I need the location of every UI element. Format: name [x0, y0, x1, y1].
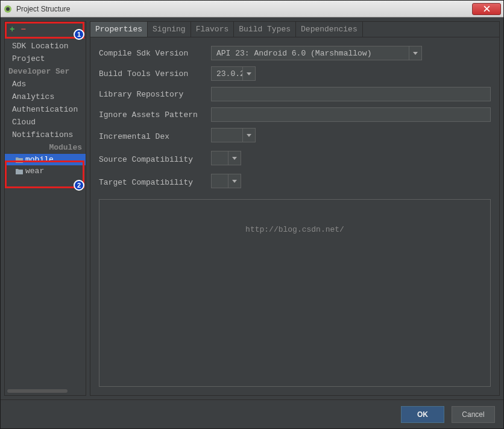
label-library-repo: Library Repository	[99, 90, 207, 99]
tab-signing[interactable]: Signing	[148, 22, 191, 37]
label-ignore-assets: Ignore Assets Pattern	[99, 110, 207, 119]
close-icon	[484, 5, 490, 12]
tab-build-types[interactable]: Build Types	[234, 22, 296, 37]
label-incremental-dex: Incremental Dex	[99, 132, 207, 141]
sidebar-header-developer-services: Developer Ser	[5, 65, 86, 78]
sidebar-item-notifications[interactable]: Notifications	[5, 129, 86, 141]
add-icon[interactable]: +	[10, 25, 14, 34]
chevron-down-icon	[242, 128, 256, 142]
sidebar-item-analytics[interactable]: Analytics	[5, 91, 86, 103]
ok-button[interactable]: OK	[401, 406, 444, 423]
app-icon	[3, 4, 13, 14]
chevron-down-icon	[228, 174, 241, 188]
remove-icon[interactable]: −	[20, 25, 25, 34]
watermark-text: http://blog.csdn.net/	[245, 225, 344, 234]
titlebar: Project Structure	[1, 1, 503, 17]
properties-form: Compile Sdk Version API 23: Android 6.0 …	[90, 37, 499, 193]
main-panel: Properties Signing Flavors Build Types D…	[90, 21, 500, 396]
combo-text	[211, 128, 242, 142]
sidebar-item-cloud[interactable]: Cloud	[5, 116, 86, 129]
library-repository-input[interactable]	[211, 87, 491, 101]
chevron-down-icon	[228, 151, 241, 165]
label-build-tools: Build Tools Version	[99, 69, 207, 78]
tab-flavors[interactable]: Flavors	[191, 22, 235, 37]
incremental-dex-select[interactable]	[211, 128, 256, 142]
combo-text	[211, 151, 228, 165]
sidebar-toolbar: + −	[5, 22, 86, 37]
chevron-down-icon	[409, 46, 422, 60]
sidebar-items: SDK Location Project Developer Ser Ads A…	[5, 37, 86, 389]
tab-dependencies[interactable]: Dependencies	[296, 22, 363, 37]
combo-text: 23.0.2	[211, 66, 242, 81]
sidebar-item-authentication[interactable]: Authentication	[5, 103, 86, 116]
sidebar-item-ads[interactable]: Ads	[5, 78, 86, 91]
dialog-footer: OK Cancel	[1, 399, 503, 428]
module-label: wear	[25, 167, 44, 176]
combo-text: API 23: Android 6.0 (Marshmallow)	[211, 46, 409, 60]
sidebar-item-project[interactable]: Project	[5, 52, 86, 65]
label-target-compat: Target Compatibility	[99, 178, 207, 187]
dialog-body: + − SDK Location Project Developer Ser A…	[1, 17, 503, 399]
compile-sdk-select[interactable]: API 23: Android 6.0 (Marshmallow)	[211, 46, 422, 60]
target-compat-select[interactable]	[211, 174, 241, 188]
module-label: mobile	[25, 155, 54, 164]
sidebar-item-sdk-location[interactable]: SDK Location	[5, 40, 86, 52]
chevron-down-icon	[242, 66, 256, 81]
source-compat-select[interactable]	[211, 151, 241, 165]
ignore-assets-input[interactable]	[211, 107, 491, 122]
label-source-compat: Source Compatibility	[99, 155, 207, 164]
window-title: Project Structure	[16, 5, 472, 13]
svg-point-1	[6, 7, 10, 11]
sidebar-header-modules: Modules	[5, 141, 86, 154]
sidebar-scrollbar[interactable]	[7, 389, 68, 393]
module-item-mobile[interactable]: mobile	[5, 154, 86, 165]
sidebar: + − SDK Location Project Developer Ser A…	[4, 21, 86, 396]
project-structure-window: Project Structure + − SDK Location Proje…	[0, 0, 504, 429]
tabs: Properties Signing Flavors Build Types D…	[90, 22, 499, 37]
folder-icon	[16, 168, 23, 174]
tab-properties[interactable]: Properties	[90, 22, 148, 37]
close-button[interactable]	[472, 3, 501, 15]
cancel-button[interactable]: Cancel	[452, 406, 495, 423]
module-item-wear[interactable]: wear	[5, 165, 86, 177]
folder-icon	[16, 157, 23, 163]
lower-panel: http://blog.csdn.net/	[99, 199, 491, 387]
build-tools-select[interactable]: 23.0.2	[211, 66, 256, 81]
combo-text	[211, 174, 228, 188]
label-compile-sdk: Compile Sdk Version	[99, 49, 207, 58]
